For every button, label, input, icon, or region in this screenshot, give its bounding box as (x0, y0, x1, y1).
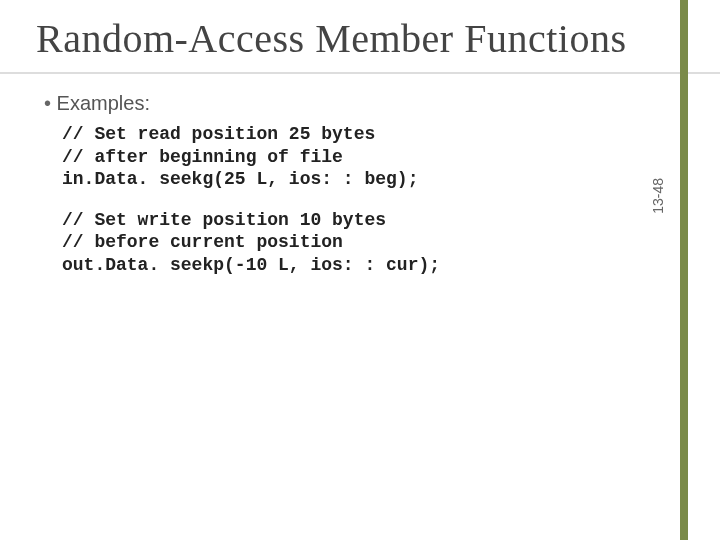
page-number: 13-48 (650, 178, 666, 214)
slide-title: Random-Access Member Functions (0, 0, 720, 72)
content-area: Examples: // Set read position 25 bytes … (0, 92, 720, 276)
title-divider (0, 72, 720, 74)
code-block-1: // Set read position 25 bytes // after b… (62, 123, 660, 191)
bullet-examples: Examples: (44, 92, 660, 115)
accent-bar (680, 0, 688, 540)
code-block-2: // Set write position 10 bytes // before… (62, 209, 660, 277)
